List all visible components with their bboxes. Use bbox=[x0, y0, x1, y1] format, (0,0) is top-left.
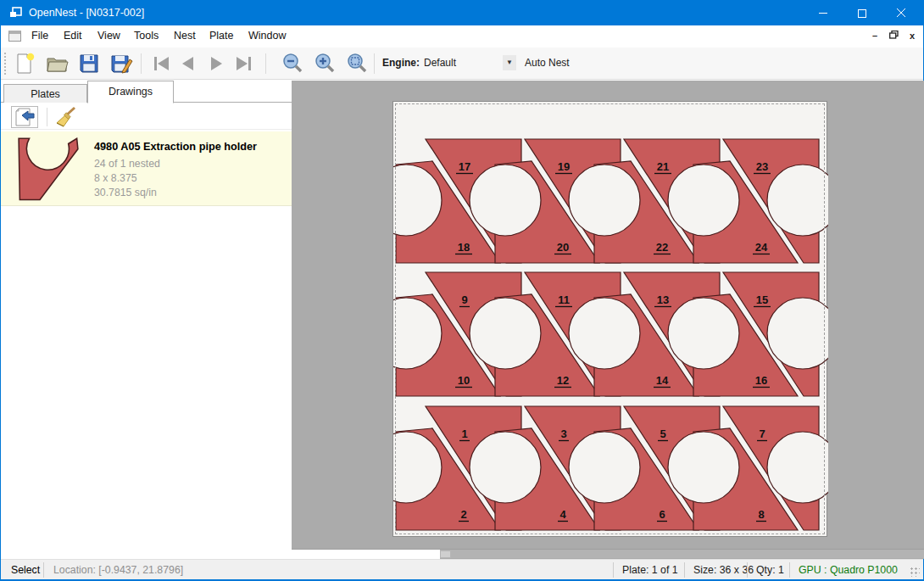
svg-text:10: 10 bbox=[458, 374, 470, 387]
part-thumbnail bbox=[13, 137, 84, 204]
svg-text:4: 4 bbox=[559, 508, 566, 521]
go-first-icon[interactable] bbox=[150, 52, 174, 75]
app-window: OpenNest - [N0317-002] File Edit View To… bbox=[0, 0, 924, 581]
menu-nest[interactable]: Nest bbox=[174, 30, 196, 42]
mdi-restore-icon[interactable] bbox=[888, 31, 899, 41]
go-next-icon[interactable] bbox=[204, 52, 228, 75]
open-folder-icon[interactable] bbox=[45, 52, 69, 75]
svg-text:12: 12 bbox=[557, 374, 569, 387]
menu-plate[interactable]: Plate bbox=[209, 30, 234, 42]
zoom-out-icon[interactable] bbox=[281, 52, 304, 75]
toolbar-grip[interactable] bbox=[3, 52, 7, 75]
zoom-in-icon[interactable] bbox=[313, 52, 337, 75]
status-bar: Select Location: [-0.9437, 21.8796] Plat… bbox=[1, 559, 923, 579]
svg-text:5: 5 bbox=[660, 427, 665, 440]
menu-bar: File Edit View Tools Nest Plate Window –… bbox=[1, 25, 923, 47]
nest-canvas[interactable]: 171819202122232491011121314151612345678 bbox=[292, 81, 924, 559]
close-button[interactable] bbox=[882, 0, 921, 25]
svg-text:18: 18 bbox=[458, 241, 470, 254]
drawing-dimensions: 8 x 8.375 bbox=[94, 172, 137, 184]
clean-broom-icon[interactable] bbox=[52, 106, 79, 128]
svg-text:14: 14 bbox=[656, 374, 669, 387]
title-bar[interactable]: OpenNest - [N0317-002] bbox=[1, 0, 923, 25]
window-title: OpenNest - [N0317-002] bbox=[29, 7, 144, 19]
save-as-icon[interactable] bbox=[109, 52, 133, 75]
go-previous-icon[interactable] bbox=[176, 52, 200, 75]
svg-text:20: 20 bbox=[557, 241, 569, 254]
engine-label: Engine: bbox=[382, 57, 420, 69]
menu-tools[interactable]: Tools bbox=[134, 30, 159, 42]
mdi-minimize-icon[interactable]: – bbox=[869, 31, 881, 41]
svg-text:15: 15 bbox=[756, 293, 768, 306]
mdi-close-icon[interactable]: x bbox=[906, 31, 918, 41]
nested-parts[interactable]: 171819202122232491011121314151612345678 bbox=[393, 102, 828, 538]
svg-text:1: 1 bbox=[461, 427, 467, 440]
status-size: Size: 36 x 36 bbox=[693, 564, 754, 576]
panel-horizontal-scrollbar[interactable] bbox=[1, 550, 440, 559]
svg-text:8: 8 bbox=[758, 508, 764, 521]
svg-text:9: 9 bbox=[461, 293, 467, 306]
go-last-icon[interactable] bbox=[231, 52, 255, 75]
svg-text:23: 23 bbox=[756, 160, 768, 173]
status-gpu: GPU : Quadro P1000 bbox=[799, 564, 898, 576]
minimize-button[interactable] bbox=[804, 0, 843, 25]
menu-window[interactable]: Window bbox=[248, 30, 286, 42]
panel-tabstrip: Plates Drawings bbox=[1, 81, 292, 103]
svg-text:17: 17 bbox=[459, 160, 470, 173]
status-mode: Select bbox=[11, 564, 40, 576]
drawing-list-item[interactable]: 4980 A05 Extraction pipe holder 24 of 1 … bbox=[1, 131, 292, 206]
drawing-area: 30.7815 sq/in bbox=[94, 187, 157, 198]
drawings-panel: Plates Drawings bbox=[1, 81, 292, 559]
resize-grip[interactable] bbox=[910, 567, 920, 577]
main-toolbar: Engine: Default ▼ Auto Nest bbox=[1, 47, 923, 80]
menu-edit[interactable]: Edit bbox=[64, 30, 82, 42]
tab-plates[interactable]: Plates bbox=[3, 84, 87, 103]
return-drawing-icon[interactable] bbox=[11, 106, 38, 128]
maximize-button[interactable] bbox=[843, 0, 882, 25]
tab-drawings[interactable]: Drawings bbox=[87, 81, 174, 103]
auto-nest-button[interactable]: Auto Nest bbox=[525, 57, 570, 69]
svg-text:7: 7 bbox=[759, 427, 765, 440]
status-location: Location: [-0.9437, 21.8796] bbox=[53, 564, 183, 576]
zoom-extents-icon[interactable] bbox=[345, 52, 369, 75]
scrollbar-thumb[interactable] bbox=[440, 550, 451, 558]
svg-text:11: 11 bbox=[558, 293, 570, 306]
svg-text:24: 24 bbox=[755, 241, 768, 254]
svg-text:19: 19 bbox=[558, 160, 570, 173]
svg-text:2: 2 bbox=[460, 508, 466, 521]
new-document-icon[interactable] bbox=[13, 52, 36, 75]
svg-text:13: 13 bbox=[657, 293, 669, 306]
svg-text:22: 22 bbox=[656, 241, 668, 254]
plate[interactable]: 171819202122232491011121314151612345678 bbox=[392, 101, 827, 537]
status-qty: Qty: 1 bbox=[756, 564, 784, 576]
svg-text:16: 16 bbox=[755, 374, 767, 387]
menu-file[interactable]: File bbox=[31, 30, 48, 42]
status-plate: Plate: 1 of 1 bbox=[622, 564, 678, 576]
svg-text:3: 3 bbox=[560, 427, 566, 440]
mdi-document-icon[interactable] bbox=[8, 31, 21, 42]
menu-view[interactable]: View bbox=[97, 30, 120, 42]
svg-text:21: 21 bbox=[657, 160, 669, 173]
svg-text:6: 6 bbox=[659, 508, 665, 521]
engine-dropdown[interactable]: Default bbox=[424, 57, 456, 69]
drawing-title: 4980 A05 Extraction pipe holder bbox=[94, 141, 257, 153]
engine-dropdown-arrow-icon[interactable]: ▼ bbox=[503, 55, 516, 70]
drawings-toolbar bbox=[1, 103, 292, 130]
app-icon bbox=[9, 6, 23, 22]
drawing-nested-count: 24 of 1 nested bbox=[94, 158, 160, 170]
save-icon[interactable] bbox=[77, 52, 101, 75]
